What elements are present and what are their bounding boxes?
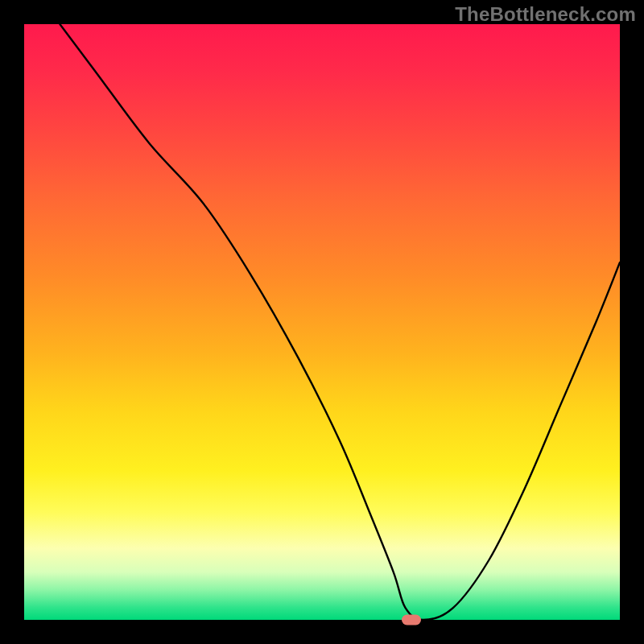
bottleneck-curve bbox=[24, 24, 620, 620]
optimal-marker bbox=[402, 615, 421, 625]
plot-area bbox=[24, 24, 620, 620]
watermark-text: TheBottleneck.com bbox=[455, 3, 636, 26]
chart-container: TheBottleneck.com bbox=[0, 0, 644, 644]
